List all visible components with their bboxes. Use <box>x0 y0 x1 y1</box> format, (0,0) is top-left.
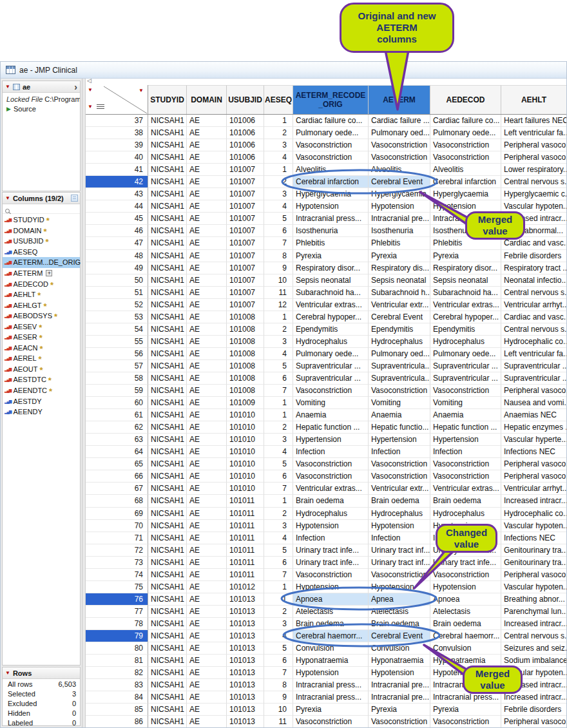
cell-domain[interactable]: AE <box>187 593 227 606</box>
row-number-cell[interactable]: 76 <box>86 593 148 606</box>
cell-aeterm-recode-orig[interactable]: Vasoconstriction <box>293 139 369 151</box>
rows-menu-icon[interactable]: ▼ <box>88 104 93 110</box>
cell-aehlt[interactable]: Nausea and vomi... <box>501 397 566 409</box>
row-list-icon[interactable] <box>97 104 104 110</box>
cell-aeseq[interactable]: 11 <box>264 716 293 727</box>
cell-aeterm[interactable]: Vasoconstriction <box>369 385 430 397</box>
row-number-cell[interactable]: 52 <box>86 299 148 311</box>
cell-aedecod[interactable]: Vasoconstriction <box>430 151 501 164</box>
cell-aeseq[interactable]: 5 <box>264 360 293 372</box>
cell-aeterm-recode-orig[interactable]: Hypotension <box>293 581 369 593</box>
cell-aeterm[interactable]: Ventricular extr... <box>369 483 430 495</box>
cell-usubjid[interactable]: 101007 <box>227 237 264 249</box>
cell-aeterm-recode-orig[interactable]: Pyrexia <box>293 250 369 262</box>
cell-aedecod[interactable]: Cerebral hypoper... <box>430 311 501 323</box>
column-list-item-aestdtc[interactable]: ▂▄▆AESTDTC* <box>3 374 80 385</box>
cell-aeterm[interactable]: Cerebral Event <box>369 630 430 642</box>
cell-studyid[interactable]: NICSAH1 <box>148 470 187 483</box>
row-number-cell[interactable]: 39 <box>86 139 148 151</box>
cell-usubjid[interactable]: 101010 <box>227 458 264 470</box>
row-number-cell[interactable]: 55 <box>86 336 148 348</box>
columns-menu-icon[interactable]: ▼ <box>139 88 144 93</box>
row-number-cell[interactable]: 53 <box>86 311 148 323</box>
cell-aeterm-recode-orig[interactable]: Alveolitis <box>293 164 369 176</box>
cell-domain[interactable]: AE <box>187 200 227 213</box>
cell-aedecod[interactable]: Vasoconstriction <box>430 458 501 470</box>
cell-studyid[interactable]: NICSAH1 <box>148 667 187 679</box>
cell-aeseq[interactable]: 11 <box>264 287 293 299</box>
cell-aedecod[interactable]: Cerebral infarction <box>430 176 501 188</box>
row-number-cell[interactable]: 74 <box>86 569 148 581</box>
cell-aehlt[interactable]: Parenchymal lun... <box>501 606 566 618</box>
row-number-cell[interactable]: 47 <box>86 237 148 249</box>
row-number-cell[interactable]: 46 <box>86 225 148 237</box>
cell-usubjid[interactable]: 101009 <box>227 397 264 409</box>
cell-aeseq[interactable]: 4 <box>264 446 293 458</box>
cell-aedecod[interactable]: Atelectasis <box>430 606 501 618</box>
cell-aeseq[interactable]: 7 <box>264 237 293 249</box>
cell-aeterm[interactable]: Alveolitis <box>369 164 430 176</box>
column-list-item-studyid[interactable]: ▂▄▆STUDYID* <box>3 215 80 225</box>
cell-domain[interactable]: AE <box>187 287 227 299</box>
red-triangle-menu-icon[interactable]: ▼ <box>5 196 10 201</box>
cell-studyid[interactable]: NICSAH1 <box>148 655 187 667</box>
cell-aedecod[interactable]: Urinary tract infe... <box>430 557 501 569</box>
cell-aeseq[interactable]: 5 <box>264 642 293 655</box>
cell-aehlt[interactable]: Peripheral vasoco... <box>501 151 566 164</box>
cell-aeseq[interactable]: 3 <box>264 336 293 348</box>
cell-aeterm-recode-orig[interactable]: Cerebral infarction <box>293 176 369 188</box>
cell-aeterm[interactable]: Cerebral Event <box>369 311 430 323</box>
cell-usubjid[interactable]: 101011 <box>227 557 264 569</box>
cell-domain[interactable]: AE <box>187 213 227 225</box>
red-triangle-menu-icon[interactable]: ▼ <box>5 84 10 90</box>
cell-aeterm[interactable]: Vasoconstriction <box>369 716 430 727</box>
cell-domain[interactable]: AE <box>187 115 227 127</box>
row-number-cell[interactable]: 42 <box>86 176 148 188</box>
cell-domain[interactable]: AE <box>187 421 227 434</box>
cell-usubjid[interactable]: 101010 <box>227 446 264 458</box>
cell-aeterm-recode-orig[interactable]: Ventricular extras... <box>293 483 369 495</box>
cell-aeseq[interactable]: 4 <box>264 532 293 544</box>
cell-aeseq[interactable]: 4 <box>264 151 293 164</box>
cell-aeterm[interactable]: Cardiac failure ... <box>369 115 430 127</box>
cell-aehlt[interactable]: Heart failures NEC <box>501 115 566 127</box>
cell-aeterm[interactable]: Hypotension <box>369 520 430 532</box>
cell-aeterm[interactable]: Urinary tract inf... <box>369 557 430 569</box>
cell-aeseq[interactable]: 12 <box>264 299 293 311</box>
cell-aehlt[interactable]: Vascular hypoten... <box>501 520 566 532</box>
row-number-cell[interactable]: 64 <box>86 446 148 458</box>
rows-stat-excluded[interactable]: Excluded0 <box>3 698 80 708</box>
cell-usubjid[interactable]: 101007 <box>227 225 264 237</box>
column-list-item-usubjid[interactable]: ▂▄▆USUBJID* <box>3 236 80 247</box>
cell-domain[interactable]: AE <box>187 508 227 520</box>
source-disclosure-icon[interactable]: ▶ <box>6 106 11 112</box>
cell-studyid[interactable]: NICSAH1 <box>148 250 187 262</box>
cell-aeseq[interactable]: 9 <box>264 262 293 274</box>
cell-aeseq[interactable]: 1 <box>264 115 293 127</box>
cell-aeterm[interactable]: Pulmonary oed... <box>369 348 430 360</box>
cell-usubjid[interactable]: 101006 <box>227 139 264 151</box>
cell-aeterm[interactable]: Infection <box>369 532 430 544</box>
cell-aeseq[interactable]: 1 <box>264 495 293 507</box>
cell-usubjid[interactable]: 101011 <box>227 495 264 507</box>
cell-aeterm[interactable]: Isosthenuria <box>369 225 430 237</box>
cell-aedecod[interactable]: Supraventricular ... <box>430 360 501 372</box>
cell-aeterm[interactable]: Subarachnoid h... <box>369 287 430 299</box>
cell-aeseq[interactable]: 6 <box>264 655 293 667</box>
cell-studyid[interactable]: NICSAH1 <box>148 360 187 372</box>
cell-studyid[interactable]: NICSAH1 <box>148 691 187 704</box>
row-number-cell[interactable]: 71 <box>86 532 148 544</box>
cell-aeterm[interactable]: Hypertension <box>369 434 430 446</box>
cell-aehlt[interactable]: Genitourinary tra... <box>501 544 566 557</box>
cell-aehlt[interactable]: Febrile disorders <box>501 704 566 716</box>
cell-aedecod[interactable]: Pulmonary oede... <box>430 127 501 139</box>
cell-aeseq[interactable]: 8 <box>264 250 293 262</box>
cell-aehlt[interactable]: Anaemias NEC <box>501 409 566 421</box>
column-list-item-aedecod[interactable]: ▂▄▆AEDECOD* <box>3 278 80 289</box>
column-list-item-aehlt[interactable]: ▂▄▆AEHLT* <box>3 289 80 300</box>
cell-usubjid[interactable]: 101013 <box>227 716 264 727</box>
row-number-cell[interactable]: 67 <box>86 483 148 495</box>
cell-domain[interactable]: AE <box>187 618 227 630</box>
cell-aehlt[interactable]: Seizures and seiz... <box>501 642 566 655</box>
cell-studyid[interactable]: NICSAH1 <box>148 225 187 237</box>
